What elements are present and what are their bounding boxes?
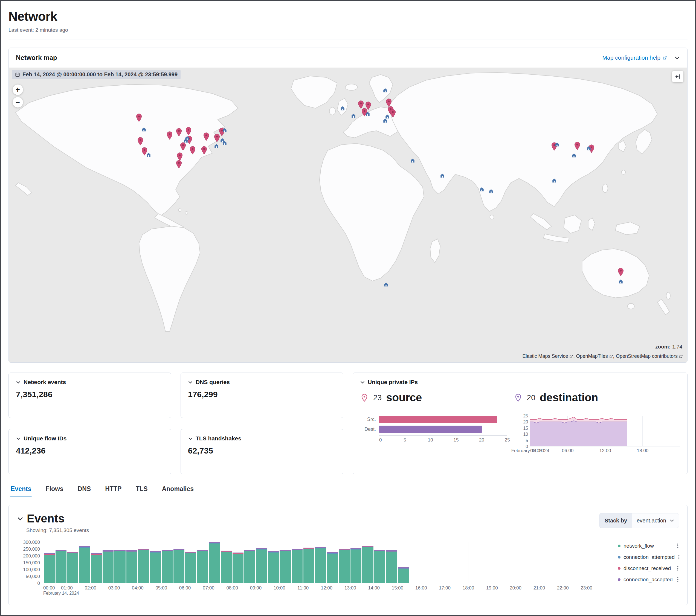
map-pin-marker[interactable] xyxy=(618,268,624,276)
map-pin-marker[interactable] xyxy=(167,131,173,140)
histogram-bar[interactable] xyxy=(303,548,314,583)
map-pin-marker[interactable] xyxy=(390,109,396,117)
map-panel-collapse-button[interactable] xyxy=(674,55,680,61)
histogram-bar[interactable] xyxy=(138,549,149,583)
map-building-marker[interactable] xyxy=(479,187,484,192)
map-building-marker[interactable] xyxy=(383,88,388,93)
histogram-bar[interactable] xyxy=(374,550,385,583)
histogram-bar[interactable] xyxy=(67,552,78,583)
legend-item-menu-button[interactable] xyxy=(677,576,679,583)
map-attribution-link[interactable]: OpenStreetMap contributors xyxy=(616,353,683,359)
histogram-bar[interactable] xyxy=(256,548,267,583)
histogram-bar[interactable] xyxy=(339,549,350,583)
legend-item-label[interactable]: connection_accepted xyxy=(623,576,673,583)
histogram-bar[interactable] xyxy=(79,546,90,583)
map-pin-marker[interactable] xyxy=(365,101,371,110)
map-building-marker[interactable] xyxy=(586,146,591,151)
histogram-bar[interactable] xyxy=(197,550,208,583)
histogram-bar[interactable] xyxy=(315,547,326,583)
map-building-marker[interactable] xyxy=(489,188,494,194)
map-pin-marker[interactable] xyxy=(574,142,580,150)
map-pin-marker[interactable] xyxy=(136,113,142,122)
histogram-bar[interactable] xyxy=(398,567,409,583)
map-pin-marker[interactable] xyxy=(203,132,209,141)
map-building-marker[interactable] xyxy=(222,127,227,133)
legend-item-menu-button[interactable] xyxy=(677,565,679,571)
map-building-marker[interactable] xyxy=(222,140,227,145)
histogram-bar[interactable] xyxy=(126,550,137,583)
events-collapse-button[interactable] xyxy=(17,515,23,522)
histogram-bar[interactable] xyxy=(209,542,220,583)
map-pin-marker[interactable] xyxy=(176,160,182,169)
histogram-bar[interactable] xyxy=(268,551,279,583)
world-map[interactable]: Feb 14, 2024 @ 00:00:00.000 to Feb 14, 2… xyxy=(9,67,687,362)
map-building-marker[interactable] xyxy=(340,106,345,111)
legend-item-label[interactable]: disconnect_received xyxy=(623,565,671,571)
legend-item-label[interactable]: connection_attempted xyxy=(623,554,675,560)
map-pin-marker[interactable] xyxy=(176,128,182,137)
map-pin-marker[interactable] xyxy=(190,146,195,155)
histogram-bar[interactable] xyxy=(386,550,397,583)
histogram-bar[interactable] xyxy=(173,549,185,583)
unique-ips-area-plot[interactable] xyxy=(530,416,680,446)
map-configuration-help-link[interactable]: Map configuration help xyxy=(602,54,667,61)
histogram-bar[interactable] xyxy=(350,548,361,583)
events-histogram[interactable] xyxy=(43,542,610,583)
map-building-marker[interactable] xyxy=(214,143,219,148)
map-legend-toggle-button[interactable] xyxy=(672,71,683,82)
histogram-bar[interactable] xyxy=(185,552,196,583)
tab-anomalies[interactable]: Anomalies xyxy=(161,485,194,496)
map-pin-marker[interactable] xyxy=(177,152,183,161)
tab-dns[interactable]: DNS xyxy=(77,485,92,496)
histogram-bar[interactable] xyxy=(244,550,255,583)
map-pin-marker[interactable] xyxy=(386,98,392,107)
tab-http[interactable]: HTTP xyxy=(105,485,122,496)
network-events-collapse-button[interactable] xyxy=(16,380,21,384)
map-building-marker[interactable] xyxy=(440,173,445,178)
map-building-marker[interactable] xyxy=(383,282,389,287)
map-building-marker[interactable] xyxy=(552,178,557,183)
tab-flows[interactable]: Flows xyxy=(45,485,64,496)
map-zoom-in-button[interactable]: + xyxy=(13,84,23,95)
map-pin-marker[interactable] xyxy=(180,142,186,151)
map-building-marker[interactable] xyxy=(618,279,623,284)
histogram-bar[interactable] xyxy=(91,553,102,583)
map-building-marker[interactable] xyxy=(383,118,388,123)
map-building-marker[interactable] xyxy=(351,113,356,118)
dns-queries-collapse-button[interactable] xyxy=(188,380,193,384)
map-pin-marker[interactable] xyxy=(186,127,191,136)
unique-ips-collapse-button[interactable] xyxy=(360,380,365,384)
map-pin-marker[interactable] xyxy=(137,137,143,145)
stack-by-select[interactable]: event.action xyxy=(632,514,679,528)
tab-events[interactable]: Events xyxy=(10,485,32,496)
destination-count-bar[interactable] xyxy=(379,426,482,433)
histogram-bar[interactable] xyxy=(362,546,373,583)
legend-item-label[interactable]: network_flow xyxy=(623,543,654,549)
histogram-bar[interactable] xyxy=(150,551,161,583)
unique-flow-ids-collapse-button[interactable] xyxy=(16,436,21,441)
unique-ips-bar-chart[interactable]: Src.Dest. 0510152025 xyxy=(360,416,507,443)
map-building-marker[interactable] xyxy=(554,142,559,147)
map-building-marker[interactable] xyxy=(410,158,415,163)
source-count-bar[interactable] xyxy=(379,416,497,423)
histogram-bar[interactable] xyxy=(102,550,113,583)
unique-ips-area-chart[interactable]: 2520151050 00:0006:0012:0018:00February … xyxy=(519,416,680,460)
map-building-marker[interactable] xyxy=(146,152,151,158)
map-building-marker[interactable] xyxy=(365,111,370,116)
histogram-bar[interactable] xyxy=(327,552,338,583)
histogram-bar[interactable] xyxy=(44,553,55,583)
map-zoom-out-button[interactable]: − xyxy=(13,97,23,108)
map-building-marker[interactable] xyxy=(185,136,190,141)
histogram-bar[interactable] xyxy=(233,553,243,583)
histogram-bar[interactable] xyxy=(291,549,303,583)
map-building-marker[interactable] xyxy=(141,127,146,132)
histogram-bar[interactable] xyxy=(280,550,290,583)
histogram-bar[interactable] xyxy=(56,550,66,583)
legend-item-menu-button[interactable] xyxy=(678,554,680,560)
map-attribution-link[interactable]: OpenMapTiles xyxy=(576,353,613,359)
map-building-marker[interactable] xyxy=(571,153,576,158)
tls-handshakes-collapse-button[interactable] xyxy=(188,436,193,441)
histogram-bar[interactable] xyxy=(114,550,125,583)
tab-tls[interactable]: TLS xyxy=(135,485,148,496)
map-pin-marker[interactable] xyxy=(201,146,207,155)
